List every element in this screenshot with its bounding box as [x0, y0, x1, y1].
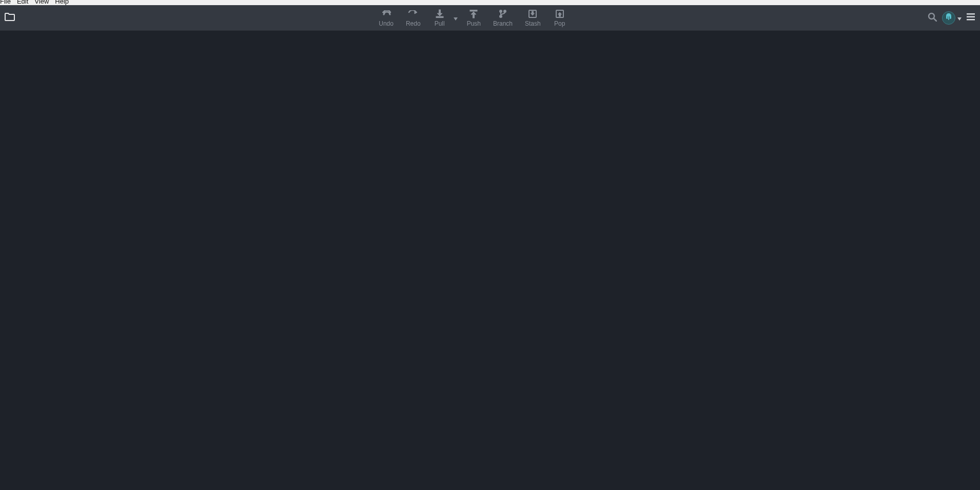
- app-toolbar: Undo Redo Pull: [0, 5, 980, 31]
- svg-rect-2: [436, 16, 443, 18]
- svg-point-11: [504, 10, 506, 12]
- svg-rect-22: [967, 16, 975, 17]
- redo-button[interactable]: Redo: [400, 5, 427, 30]
- push-icon: [469, 9, 478, 19]
- open-repo-button[interactable]: [3, 11, 16, 25]
- branch-label: Branch: [493, 20, 513, 27]
- pull-label: Pull: [435, 20, 445, 27]
- svg-marker-8: [471, 12, 476, 14]
- stash-label: Stash: [525, 20, 541, 27]
- svg-rect-6: [470, 10, 477, 11]
- main-content: [0, 31, 980, 490]
- svg-line-19: [934, 18, 936, 21]
- menu-button[interactable]: [967, 13, 975, 23]
- profile-button[interactable]: [942, 11, 962, 25]
- redo-label: Redo: [406, 20, 421, 27]
- pop-label: Pop: [554, 20, 565, 27]
- menu-edit[interactable]: Edit: [17, 0, 28, 4]
- caret-down-icon: [454, 13, 458, 23]
- svg-rect-21: [967, 13, 975, 15]
- undo-icon: [381, 9, 391, 19]
- push-label: Push: [467, 20, 481, 27]
- push-button[interactable]: Push: [461, 5, 487, 30]
- svg-point-9: [500, 10, 502, 12]
- branch-icon: [498, 9, 507, 19]
- pop-button[interactable]: Pop: [547, 5, 573, 30]
- svg-marker-20: [957, 17, 962, 21]
- os-menubar: File Edit View Help: [0, 0, 980, 5]
- profile-avatar: [942, 11, 955, 25]
- profile-caret-icon: [957, 13, 962, 23]
- toolbar-center: Undo Redo Pull: [16, 5, 928, 30]
- menu-help[interactable]: Help: [55, 0, 69, 4]
- menu-file[interactable]: File: [0, 0, 11, 4]
- undo-button[interactable]: Undo: [371, 5, 400, 30]
- hamburger-icon: [967, 13, 975, 23]
- search-icon: [928, 12, 937, 24]
- menu-view[interactable]: View: [34, 0, 49, 4]
- stash-icon: [528, 9, 537, 19]
- stash-button[interactable]: Stash: [519, 5, 547, 30]
- pull-button[interactable]: Pull: [427, 5, 453, 30]
- svg-marker-5: [454, 17, 458, 21]
- svg-rect-23: [967, 19, 975, 21]
- action-group: Undo Redo Pull: [371, 5, 572, 30]
- pop-icon: [555, 9, 564, 19]
- toolbar-left: [0, 11, 16, 25]
- undo-label: Undo: [379, 20, 394, 27]
- pull-icon: [435, 9, 444, 19]
- pull-dropdown[interactable]: [453, 5, 461, 30]
- branch-button[interactable]: Branch: [487, 5, 519, 30]
- svg-marker-4: [437, 13, 442, 16]
- search-button[interactable]: [928, 12, 937, 24]
- svg-marker-14: [531, 13, 535, 15]
- kraken-icon: [945, 13, 953, 23]
- redo-icon: [408, 9, 418, 19]
- svg-point-10: [500, 15, 502, 17]
- svg-marker-17: [558, 12, 561, 14]
- folder-icon: [5, 13, 15, 23]
- toolbar-right: [928, 11, 980, 25]
